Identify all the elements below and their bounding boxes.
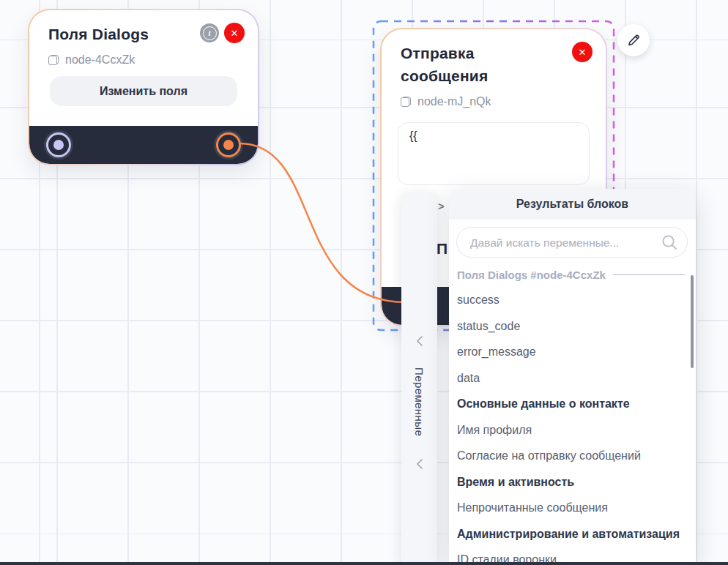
- variable-item[interactable]: Имя профиля: [457, 424, 688, 438]
- flow-canvas[interactable]: { "colors": { "accent_orange": "#F5854A"…: [0, 0, 728, 565]
- close-icon[interactable]: ✕: [572, 42, 593, 62]
- variable-item[interactable]: status_code: [457, 320, 688, 334]
- variables-list: successstatus_codeerror_messagedataОснов…: [457, 293, 688, 565]
- search-box: [456, 227, 688, 258]
- output-port[interactable]: [214, 130, 243, 160]
- close-icon[interactable]: ✕: [224, 23, 245, 43]
- variable-item[interactable]: success: [457, 293, 688, 308]
- variable-item[interactable]: error_message: [457, 345, 688, 360]
- copy-icon[interactable]: [401, 97, 411, 107]
- block-results-panel: Результаты блоков Поля Dialogs #node-4Cc…: [449, 189, 696, 565]
- variable-group-header: Время и активность: [457, 476, 688, 490]
- info-icon[interactable]: i: [200, 23, 219, 42]
- node-title: Поля Dialogs: [48, 23, 149, 45]
- search-icon: [661, 233, 678, 251]
- variable-item[interactable]: Согласие на отправку сообщений: [457, 449, 688, 464]
- node-title: Отправка сообщения: [401, 42, 558, 87]
- edit-fields-button[interactable]: Изменить поля: [50, 76, 237, 106]
- copy-icon[interactable]: [48, 55, 59, 65]
- panel-title: Результаты блоков: [449, 189, 696, 220]
- input-port[interactable]: [44, 130, 73, 160]
- panel-scrollbar[interactable]: [691, 275, 694, 368]
- edit-pencil-button[interactable]: [617, 24, 650, 56]
- section-row: Поля Dialogs #node-4CcxZk: [457, 269, 688, 281]
- node-header: Поля Dialogs i ✕: [29, 10, 258, 45]
- node-id-label: node-mJ_nQk: [417, 95, 491, 108]
- variable-item[interactable]: Непрочитанные сообщения: [457, 501, 688, 516]
- node-header: Отправка сообщения ✕: [382, 29, 606, 87]
- variable-item[interactable]: data: [457, 372, 688, 386]
- message-input[interactable]: {{: [398, 122, 590, 185]
- node-card-fields-dialogs[interactable]: Поля Dialogs i ✕ node-4CcxZk Изменить по…: [28, 9, 259, 165]
- variable-group-header: Администрирование и автоматизация: [457, 528, 688, 542]
- search-input[interactable]: [469, 228, 658, 258]
- node-id-label: node-4CcxZk: [65, 53, 135, 67]
- hidden-text-fragment: П: [437, 240, 447, 258]
- variable-group-header: Основные данные о контакте: [457, 397, 688, 412]
- section-header: Поля Dialogs #node-4CcxZk: [457, 269, 606, 281]
- chevron-left-icon[interactable]: [415, 458, 424, 470]
- section-divider: [613, 274, 685, 275]
- chevron-left-icon[interactable]: [415, 335, 424, 347]
- variables-drawer-tab[interactable]: Переменные: [401, 192, 437, 565]
- node-footer: [29, 126, 258, 164]
- drawer-label: Переменные: [413, 367, 426, 436]
- pencil-icon: [626, 33, 641, 48]
- bottom-bar: [0, 562, 728, 565]
